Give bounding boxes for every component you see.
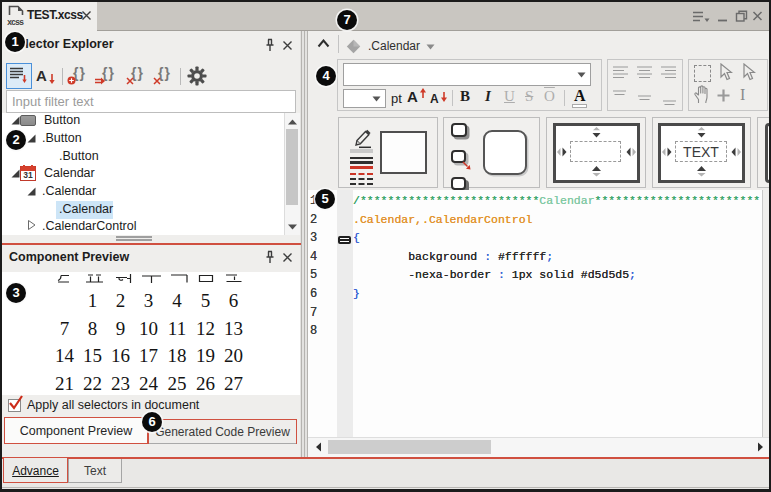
svg-text:xcss: xcss [7, 18, 24, 28]
svg-text:31: 31 [23, 170, 33, 180]
